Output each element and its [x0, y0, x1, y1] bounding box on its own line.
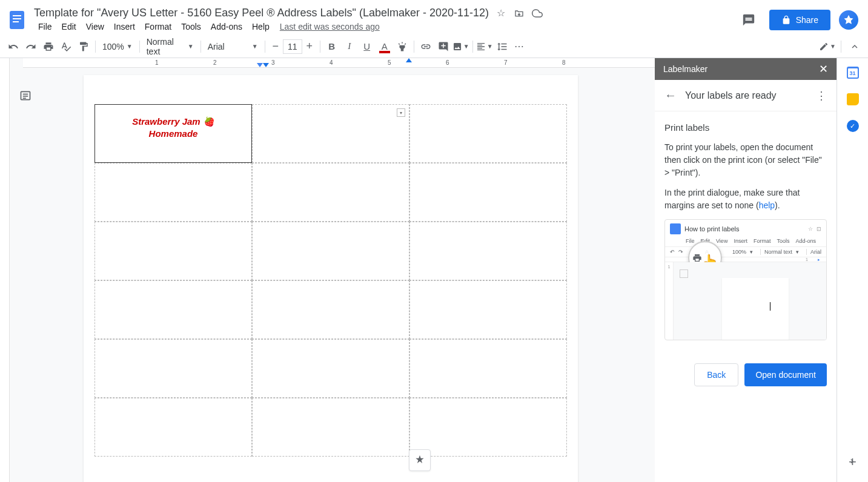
instruction-p2: In the print dialogue, make sure that ma… [664, 187, 827, 212]
side-panel: + [837, 58, 868, 482]
sidebar-subheader: ← Your labels are ready ⋮ [655, 80, 837, 111]
label-cell[interactable] [409, 280, 567, 339]
font-size-control: − + [268, 39, 317, 54]
label-cell[interactable] [409, 104, 567, 163]
ruler-tick: 8 [562, 59, 566, 66]
label-cell[interactable] [252, 163, 409, 222]
paint-format-icon[interactable] [75, 38, 92, 55]
document-title[interactable]: Template for "Avery US Letter - 5160 Eas… [34, 7, 489, 19]
tasks-icon[interactable] [847, 120, 859, 132]
bold-icon[interactable]: B [323, 38, 340, 55]
ruler-tick: 6 [446, 59, 449, 66]
highlight-icon[interactable] [394, 38, 411, 55]
font-size-input[interactable] [283, 39, 302, 54]
text-color-icon[interactable]: A [376, 38, 393, 55]
link-icon[interactable] [417, 38, 434, 55]
label-cell[interactable] [252, 222, 409, 280]
label-cell[interactable] [94, 398, 252, 457]
undo-icon[interactable] [5, 38, 22, 55]
indent-marker-first[interactable] [257, 63, 263, 67]
preview-docs-icon [670, 223, 681, 234]
font-size-increase[interactable]: + [302, 39, 317, 54]
menu-insert[interactable]: Insert [110, 21, 139, 33]
explore-icon[interactable] [409, 449, 431, 471]
zoom-select[interactable]: 100%▼ [99, 38, 136, 55]
align-icon[interactable]: ▼ [476, 38, 493, 55]
document-page[interactable]: Strawberry Jam 🍓 Homemade ▾ [84, 75, 578, 482]
share-label: Share [796, 15, 818, 25]
svg-rect-2 [13, 18, 21, 19]
label-cell[interactable] [94, 339, 252, 398]
sidebar-actions: Back Open document [655, 351, 837, 398]
preview-menu: File Edit View Insert Format Tools Add-o… [665, 238, 826, 246]
menu-view[interactable]: View [82, 21, 108, 33]
label-cell[interactable] [94, 163, 252, 222]
label-cell-active[interactable]: Strawberry Jam 🍓 Homemade [94, 104, 252, 163]
indent-marker-right[interactable] [406, 58, 412, 62]
spellcheck-icon[interactable] [58, 38, 75, 55]
label-cell[interactable] [252, 280, 409, 339]
menu-edit[interactable]: Edit [58, 21, 81, 33]
share-button[interactable]: Share [769, 10, 830, 30]
section-title: Print labels [664, 122, 827, 133]
outline-icon[interactable] [17, 87, 34, 104]
avatar[interactable] [839, 10, 858, 30]
docs-logo[interactable] [5, 8, 29, 32]
more-menu-icon[interactable]: ⋮ [816, 89, 827, 102]
collapse-toolbar-icon[interactable] [846, 38, 863, 55]
last-edit[interactable]: Last edit was seconds ago [280, 22, 380, 31]
print-icon[interactable] [40, 38, 57, 55]
menu-help[interactable]: Help [248, 21, 274, 33]
comments-icon[interactable] [737, 8, 761, 32]
editing-mode-icon[interactable]: ▼ [819, 38, 836, 55]
cloud-icon[interactable] [531, 7, 543, 19]
menu-bar: File Edit View Insert Format Tools Add-o… [34, 21, 737, 33]
label-cell[interactable] [252, 339, 409, 398]
title-area: Template for "Avery US Letter - 5160 Eas… [34, 7, 737, 33]
star-icon[interactable]: ☆ [495, 7, 507, 19]
menu-file[interactable]: File [34, 21, 56, 33]
horizontal-ruler[interactable]: 1 2 3 4 5 6 7 8 [23, 58, 655, 68]
ruler-tick: 5 [388, 59, 391, 66]
label-cell[interactable] [409, 163, 567, 222]
menu-tools[interactable]: Tools [177, 21, 205, 33]
move-icon[interactable] [513, 7, 525, 19]
menu-addons[interactable]: Add-ons [207, 21, 247, 33]
collapse-side-panel-icon[interactable]: › [844, 449, 860, 472]
label-cell[interactable]: ▾ [252, 104, 409, 163]
label-line1: Strawberry Jam 🍓 [101, 116, 245, 128]
vertical-ruler[interactable] [0, 58, 10, 482]
line-spacing-icon[interactable] [494, 38, 511, 55]
label-cell[interactable] [409, 222, 567, 280]
ruler-tick: 3 [271, 59, 275, 66]
italic-icon[interactable]: I [341, 38, 358, 55]
menu-format[interactable]: Format [141, 21, 176, 33]
redo-icon[interactable] [22, 38, 39, 55]
label-cell[interactable] [252, 398, 409, 457]
ruler-tick: 7 [504, 59, 508, 66]
close-icon[interactable]: ✕ [819, 62, 828, 76]
document-area: 1 2 3 4 5 6 7 8 Strawberry Jam 🍓 [0, 58, 655, 482]
label-cell[interactable] [409, 398, 567, 457]
back-arrow-icon[interactable]: ← [664, 88, 677, 102]
help-link[interactable]: help [759, 200, 775, 210]
more-icon[interactable]: ⋯ [511, 38, 528, 55]
indent-marker-left[interactable] [263, 63, 269, 67]
underline-icon[interactable]: U [359, 38, 376, 55]
font-size-decrease[interactable]: − [268, 39, 283, 54]
label-cell[interactable] [94, 280, 252, 339]
back-button[interactable]: Back [694, 363, 738, 386]
print-preview-image: How to print labels ☆ ⊡ File Edit View I… [664, 219, 827, 340]
style-select[interactable]: Normal text▼ [143, 38, 197, 55]
ruler-tick: 4 [330, 59, 333, 66]
label-cell[interactable] [409, 339, 567, 398]
image-icon[interactable]: ▼ [452, 38, 469, 55]
keep-icon[interactable] [847, 93, 859, 105]
calendar-icon[interactable] [847, 67, 859, 79]
font-select[interactable]: Arial▼ [204, 38, 262, 55]
sidebar-subtitle: Your labels are ready [685, 90, 807, 101]
label-cell[interactable] [94, 222, 252, 280]
cell-expand-icon[interactable]: ▾ [397, 108, 405, 117]
comment-icon[interactable] [435, 38, 452, 55]
open-document-button[interactable]: Open document [744, 363, 827, 386]
